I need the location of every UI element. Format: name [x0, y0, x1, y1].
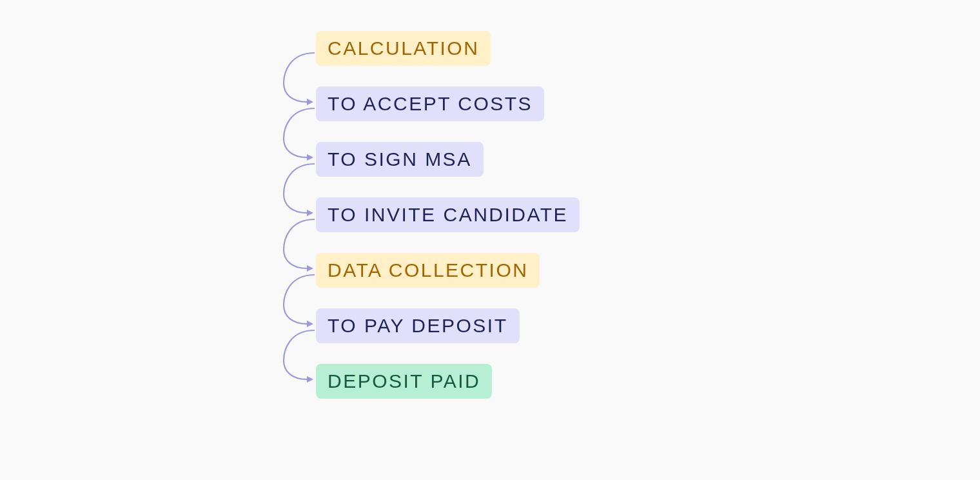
step-calculation: Calculation [316, 31, 580, 86]
step-label: Calculation [316, 31, 491, 66]
step-data-collection: Data collection [316, 253, 580, 308]
step-label: To sign MSA [316, 142, 484, 177]
arrow-icon [276, 270, 321, 334]
svg-marker-3 [307, 265, 313, 272]
arrow-icon [276, 103, 321, 168]
step-label: Deposit paid [316, 364, 492, 399]
svg-marker-1 [307, 154, 313, 161]
process-flow: Calculation To accept costs To sign MSA … [316, 31, 580, 419]
svg-marker-5 [307, 376, 313, 383]
arrow-icon [276, 159, 321, 223]
step-label: Data collection [316, 253, 540, 288]
arrow-icon [276, 48, 321, 112]
step-label: To accept costs [316, 86, 544, 121]
arrow-icon [276, 214, 321, 279]
step-to-pay-deposit: To pay deposit [316, 308, 580, 364]
step-to-accept-costs: To accept costs [316, 86, 580, 142]
svg-marker-4 [307, 321, 313, 327]
step-deposit-paid: Deposit paid [316, 364, 580, 419]
step-label: To pay deposit [316, 308, 520, 343]
svg-marker-2 [307, 210, 313, 216]
step-to-invite-candidate: To invite candidate [316, 197, 580, 253]
svg-marker-0 [307, 99, 313, 105]
arrow-icon [276, 325, 321, 390]
step-label: To invite candidate [316, 197, 580, 232]
step-to-sign-msa: To sign MSA [316, 142, 580, 197]
